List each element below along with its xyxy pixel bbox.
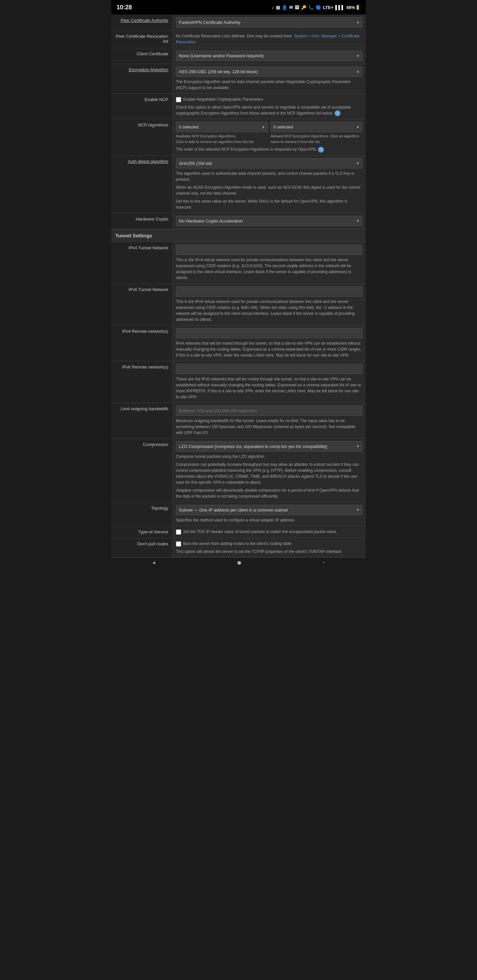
music-icon: ♪ bbox=[272, 5, 274, 10]
peer-cert-authority-label: Peer Certificate Authority bbox=[111, 14, 172, 30]
tunnel-settings-header: Tunnel Settings bbox=[111, 229, 366, 242]
auth-digest-desc2: When an AEAD Encryption Algorithm mode i… bbox=[176, 185, 362, 196]
ipv4-tunnel-label: IPv4 Tunnel Network bbox=[111, 242, 172, 283]
ipv6-tunnel-field: This is the IPv6 virtual network used fo… bbox=[172, 284, 366, 325]
enable-ncp-checkbox-row: Enable Negotiable Cryptographic Paramete… bbox=[176, 96, 362, 102]
topology-select-wrapper[interactable]: Subnet — One IP address per client in a … bbox=[176, 505, 362, 515]
dont-pull-routes-checkbox-row: Bars the server from adding routes to th… bbox=[176, 541, 362, 547]
peer-cert-revocation-label: Peer Certificate Revocation list bbox=[111, 30, 172, 48]
client-cert-row: Client Certificate None (Username and/or… bbox=[111, 48, 366, 64]
type-of-service-field: Set the TOS IP header value of tunnel pa… bbox=[172, 526, 366, 538]
topology-label: Topology bbox=[111, 502, 172, 526]
enable-ncp-label: Enable NCP bbox=[111, 94, 172, 119]
compression-select-wrapper[interactable]: LZO Compression [compress lzo, equivalen… bbox=[176, 441, 362, 452]
ipv6-tunnel-input[interactable] bbox=[176, 286, 362, 297]
ipv4-tunnel-input[interactable] bbox=[176, 245, 362, 255]
encryption-algorithm-select-wrapper[interactable]: AES-256-CBC (256 bit key, 128 bit block)… bbox=[176, 67, 362, 77]
peer-cert-authority-row: Peer Certificate Authority FastestVPN Ce… bbox=[111, 14, 366, 30]
bottom-nav-recent[interactable]: ▪ bbox=[323, 560, 325, 565]
hardware-crypto-row: Hardware Crypto No Hardware Crypto Accel… bbox=[111, 213, 366, 229]
type-of-service-checkbox-row: Set the TOS IP header value of tunnel pa… bbox=[176, 529, 362, 535]
compression-desc2: Compression can potentially increase thr… bbox=[176, 461, 362, 485]
peer-cert-authority-select[interactable]: FastestVPN Certificate Authority bbox=[176, 17, 362, 27]
dont-pull-routes-checkbox[interactable] bbox=[176, 541, 181, 547]
auth-digest-select-wrapper[interactable]: SHA256 (256-bit) ▼ bbox=[176, 158, 362, 169]
client-cert-field: None (Username and/or Password required)… bbox=[172, 48, 366, 64]
topology-row: Topology Subnet — One IP address per cli… bbox=[111, 502, 366, 526]
peer-cert-revocation-desc: No Certificate Revocation Lists defined.… bbox=[176, 33, 362, 45]
info-icon[interactable]: i bbox=[335, 110, 341, 116]
ipv6-remote-row: IPv6 Remote network(s) These are the IPv… bbox=[111, 361, 366, 403]
encryption-algorithm-desc: The Encryption Algorithm used for data c… bbox=[176, 79, 362, 91]
type-of-service-row: Type-of-Service Set the TOS IP header va… bbox=[111, 526, 366, 538]
compression-label: Compression bbox=[111, 439, 172, 502]
ncp-right-select-wrapper[interactable]: 0 selected ▼ bbox=[271, 122, 363, 132]
bottom-nav: ◀ ⬤ ▪ bbox=[111, 558, 366, 568]
ipv6-remote-input[interactable] bbox=[176, 364, 362, 374]
peer-cert-authority-field: FastestVPN Certificate Authority ▼ bbox=[172, 14, 366, 30]
dont-pull-routes-label: Don't pull routes bbox=[111, 538, 172, 557]
hardware-crypto-select[interactable]: No Hardware Crypto Acceleration bbox=[176, 216, 362, 226]
hardware-crypto-select-wrapper[interactable]: No Hardware Crypto Acceleration ▼ bbox=[176, 216, 362, 226]
ncp-two-col: 0 selected ▼ Available NCP Encryption Al… bbox=[176, 122, 362, 144]
enable-ncp-checkbox-label: Enable Negotiable Cryptographic Paramete… bbox=[183, 96, 263, 102]
ipv4-remote-label: IPv4 Remote network(s) bbox=[111, 325, 172, 361]
encryption-algorithm-field: AES-256-CBC (256 bit key, 128 bit block)… bbox=[172, 64, 366, 93]
auth-digest-desc3: Set this to the same value as the server… bbox=[176, 198, 362, 210]
dont-pull-routes-field: Bars the server from adding routes to th… bbox=[172, 538, 366, 557]
ipv4-remote-input[interactable] bbox=[176, 328, 362, 338]
dont-pull-routes-checkbox-label: Bars the server from adding routes to th… bbox=[183, 541, 292, 547]
user-icon: 👤 bbox=[282, 5, 287, 10]
dont-pull-routes-row: Don't pull routes Bars the server from a… bbox=[111, 538, 366, 558]
info-icon-ncp[interactable]: i bbox=[318, 147, 324, 153]
hardware-crypto-field: No Hardware Crypto Acceleration ▼ bbox=[172, 213, 366, 229]
compression-desc1: Compress tunnel packets using the LZO al… bbox=[176, 453, 362, 460]
ncp-algorithms-field: 0 selected ▼ Available NCP Encryption Al… bbox=[172, 119, 366, 155]
ipv4-remote-field: IPv4 networks that will be routed throug… bbox=[172, 325, 366, 361]
auth-digest-select[interactable]: SHA256 (256-bit) bbox=[176, 158, 362, 169]
bottom-nav-home[interactable]: ⬤ bbox=[237, 560, 241, 565]
compression-select[interactable]: LZO Compression [compress lzo, equivalen… bbox=[176, 441, 362, 452]
hardware-crypto-label: Hardware Crypto bbox=[111, 213, 172, 229]
limit-bandwidth-input[interactable] bbox=[176, 406, 362, 416]
encryption-algorithm-select[interactable]: AES-256-CBC (256 bit key, 128 bit block) bbox=[176, 67, 362, 77]
peer-cert-authority-select-wrapper[interactable]: FastestVPN Certificate Authority ▼ bbox=[176, 17, 362, 27]
media-icon: ▤ bbox=[276, 5, 280, 10]
dont-pull-routes-desc: This option still allows the server to s… bbox=[176, 549, 362, 555]
ncp-right-desc: Allowed NCP Encryption Algorithms. Click… bbox=[271, 134, 363, 144]
limit-bandwidth-desc: Maximum outgoing bandwidth for this tunn… bbox=[176, 418, 362, 436]
phone-icon: 📞 bbox=[308, 5, 314, 10]
topology-select[interactable]: Subnet — One IP address per client in a … bbox=[176, 505, 362, 515]
ipv4-remote-desc: IPv4 networks that will be routed throug… bbox=[176, 340, 362, 358]
enable-ncp-field: Enable Negotiable Cryptographic Paramete… bbox=[172, 94, 366, 119]
ipv6-tunnel-desc: This is the IPv6 virtual network used fo… bbox=[176, 299, 362, 323]
status-icons: ♪ ▤ 👤 ✉ 🖼 🔑 📞 🔵 LTE+ ▌▌▌ 68%🔋 bbox=[272, 5, 361, 10]
lte-icon: LTE+ bbox=[323, 5, 333, 10]
type-of-service-checkbox[interactable] bbox=[176, 530, 181, 535]
ncp-left-select-wrapper[interactable]: 0 selected ▼ bbox=[176, 122, 268, 132]
enable-ncp-checkbox[interactable] bbox=[176, 97, 181, 102]
signal-icon: ▌▌▌ bbox=[335, 5, 345, 10]
type-of-service-checkbox-label: Set the TOS IP header value of tunnel pa… bbox=[183, 529, 337, 535]
topology-desc: Specifies the method used to configure a… bbox=[176, 517, 362, 523]
encryption-algorithm-label: Encryption Algorithm bbox=[111, 64, 172, 93]
encryption-algorithm-row: Encryption Algorithm AES-256-CBC (256 bi… bbox=[111, 64, 366, 94]
mail-icon: ✉ bbox=[289, 5, 293, 10]
compression-desc3: Adaptive compression will dynamically di… bbox=[176, 487, 362, 499]
auth-digest-desc1: The algorithm used to authenticate data … bbox=[176, 170, 362, 183]
peer-cert-revocation-row: Peer Certificate Revocation list No Cert… bbox=[111, 30, 366, 48]
compression-field: LZO Compression [compress lzo, equivalen… bbox=[172, 439, 366, 502]
limit-bandwidth-label: Limit outgoing bandwidth bbox=[111, 403, 172, 438]
auth-digest-field: SHA256 (256-bit) ▼ The algorithm used to… bbox=[172, 156, 366, 213]
topology-field: Subnet — One IP address per client in a … bbox=[172, 502, 366, 526]
client-cert-select[interactable]: None (Username and/or Password required) bbox=[176, 51, 362, 61]
bottom-nav-back[interactable]: ◀ bbox=[152, 560, 155, 565]
enable-ncp-desc: Check this option to allow OpenVPN clien… bbox=[176, 104, 362, 116]
status-time: 10:28 bbox=[116, 4, 132, 11]
ncp-allowed-select[interactable]: 0 selected bbox=[271, 122, 363, 132]
ipv6-tunnel-label: IPv6 Tunnel Network bbox=[111, 284, 172, 325]
client-cert-select-wrapper[interactable]: None (Username and/or Password required)… bbox=[176, 51, 362, 61]
ipv6-remote-field: These are the IPv6 networks that will be… bbox=[172, 361, 366, 402]
ncp-available-select[interactable]: 0 selected bbox=[176, 122, 268, 132]
image-icon: 🖼 bbox=[295, 5, 299, 10]
